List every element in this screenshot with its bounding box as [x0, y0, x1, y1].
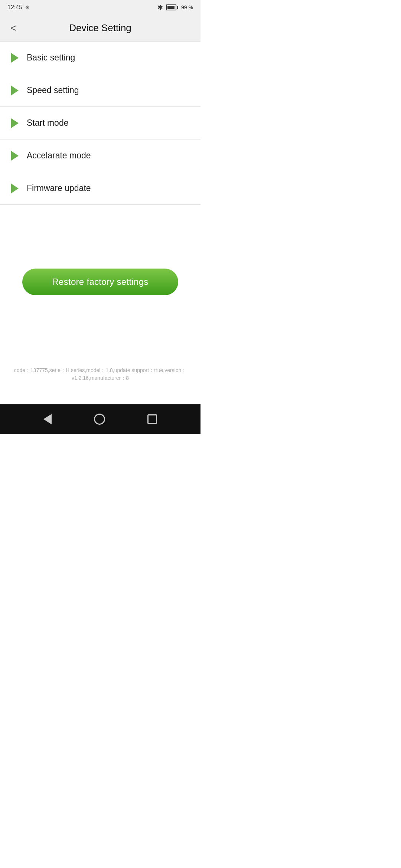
footer-info: code：137775,serie：H series,model：1.8,upd… [0, 310, 200, 404]
menu-list: Basic setting Speed setting Start mode A… [0, 42, 200, 254]
nav-bar [0, 404, 200, 434]
menu-item-speed-setting[interactable]: Speed setting [0, 74, 200, 107]
brightness-icon: ✳ [25, 4, 30, 10]
menu-item-label: Accelarate mode [27, 151, 91, 161]
nav-recent-button[interactable] [144, 411, 161, 428]
menu-item-label: Basic setting [27, 53, 75, 63]
button-area: Restore factory settings [0, 254, 200, 310]
nav-back-button[interactable] [40, 410, 55, 428]
bluetooth-icon: ✱ [157, 3, 163, 11]
restore-factory-button[interactable]: Restore factory settings [22, 269, 178, 295]
battery-percent: 99 % [181, 4, 193, 10]
status-time: 12:45 [7, 4, 22, 11]
menu-item-label: Firmware update [27, 183, 91, 193]
status-bar: 12:45 ✳ ✱ 99 % [0, 0, 200, 15]
arrow-icon [11, 118, 19, 128]
arrow-icon [11, 53, 19, 63]
back-icon: < [10, 22, 16, 34]
menu-item-basic-setting[interactable]: Basic setting [0, 42, 200, 74]
nav-recent-icon [147, 414, 157, 424]
menu-item-firmware-update[interactable]: Firmware update [0, 172, 200, 205]
footer-text: code：137775,serie：H series,model：1.8,upd… [14, 366, 187, 382]
menu-item-start-mode[interactable]: Start mode [0, 107, 200, 139]
menu-item-accelerate-mode[interactable]: Accelarate mode [0, 139, 200, 172]
menu-item-label: Speed setting [27, 85, 79, 95]
arrow-icon [11, 184, 19, 193]
status-bar-left: 12:45 ✳ [7, 4, 30, 11]
battery-container [166, 4, 178, 10]
arrow-icon [11, 151, 19, 161]
back-button[interactable]: < [7, 19, 19, 37]
battery-body [166, 4, 176, 10]
header: < Device Setting [0, 15, 200, 42]
battery-tip [177, 6, 178, 9]
nav-back-icon [43, 414, 52, 424]
page-title: Device Setting [69, 22, 131, 34]
battery-fill [167, 6, 175, 9]
menu-item-label: Start mode [27, 118, 69, 128]
nav-home-button[interactable] [90, 410, 109, 428]
status-bar-right: ✱ 99 % [157, 3, 193, 11]
arrow-icon [11, 86, 19, 95]
nav-home-icon [94, 414, 105, 425]
